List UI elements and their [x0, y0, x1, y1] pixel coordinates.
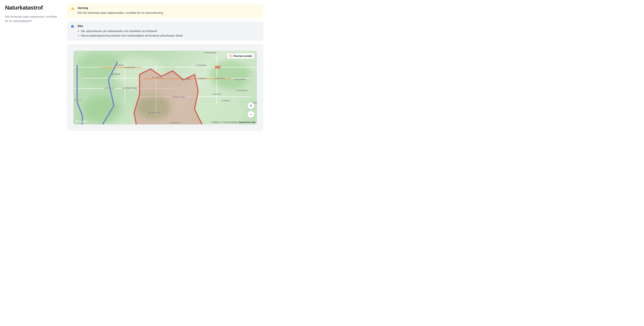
svg-rect-4 — [72, 26, 72, 26]
map-attribution: © Mapbox © OpenStreetMap Improve this ma… — [211, 121, 255, 124]
map-terrain — [137, 96, 171, 120]
map[interactable]: TarnobrzegGliwiceKatowiceCyrankaRybnikKr… — [74, 51, 257, 124]
svg-rect-1 — [72, 9, 73, 10]
road-badge-s19: S19 — [215, 66, 220, 68]
zoom-in-button[interactable] — [248, 102, 254, 109]
mapbox-icon — [76, 120, 78, 123]
svg-rect-3 — [72, 26, 72, 27]
city-label: Jarosław — [235, 78, 245, 80]
attribution-mapbox[interactable]: © Mapbox — [211, 121, 220, 124]
zoom-controls — [248, 102, 254, 118]
page-subtitle: Har fordonets plats registrerats i områd… — [5, 14, 57, 23]
legend-swatch — [229, 55, 232, 57]
city-label: Bielsko-Biała — [123, 87, 137, 89]
attribution-improve[interactable]: Improve this map — [239, 121, 255, 124]
city-label: Ostrava — [105, 87, 114, 89]
map-terrain — [84, 96, 120, 123]
page-title: Naturkatastrof — [5, 4, 57, 11]
map-road — [156, 66, 156, 117]
info-alert: Obs Var uppmärksam på vattenskador vid i… — [67, 22, 263, 41]
main-content: Varning Det här fordonets plats registre… — [67, 3, 263, 131]
city-label: Cyranka — [196, 64, 206, 66]
info-title: Obs — [78, 24, 260, 28]
info-item: Var uppmärksam på vattenskador vid inspe… — [81, 29, 260, 33]
city-label: Tarnobrzeg — [204, 51, 216, 54]
city-label: Krosno — [213, 93, 221, 95]
sidebar: Naturkatastrof Har fordonets plats regis… — [5, 3, 57, 131]
city-label: Zakopane — [149, 111, 160, 114]
map-card: TarnobrzegGliwiceKatowiceCyrankaRybnikKr… — [67, 44, 263, 131]
city-label: Gliwice — [116, 64, 124, 66]
city-label: Rybnik — [112, 73, 120, 75]
warning-title: Varning — [78, 6, 260, 10]
map-highway — [101, 67, 142, 68]
city-label: mouc — [74, 98, 81, 101]
city-label: Tarnów — [182, 78, 190, 80]
city-label: Katowice — [125, 66, 135, 68]
mapbox-logo-text: mapbox — [79, 120, 88, 123]
info-icon — [71, 25, 74, 28]
warning-icon — [71, 7, 74, 10]
city-label: Poprad — [171, 122, 179, 124]
city-label: Sanok — [222, 99, 230, 102]
city-label: Nowy Sącz — [172, 96, 185, 98]
attribution-osm[interactable]: © OpenStreetMap — [221, 121, 238, 124]
city-label: Rzeszów — [215, 77, 225, 80]
svg-rect-0 — [72, 8, 73, 9]
plus-icon — [250, 104, 252, 107]
legend-label: Påverkat område — [233, 55, 252, 57]
mapbox-logo: mapbox — [76, 120, 88, 123]
info-list: Var uppmärksam på vattenskador vid inspe… — [78, 29, 260, 38]
city-label: Krakow — [152, 76, 162, 78]
city-label: Przemyśl — [237, 89, 247, 92]
minus-icon — [250, 113, 252, 116]
map-road — [138, 96, 252, 97]
info-item: Denna platsregistrering betyder inte nöd… — [81, 33, 260, 38]
warning-alert: Varning Det här fordonets plats registre… — [67, 3, 263, 18]
map-legend: Påverkat område — [227, 53, 254, 59]
zoom-out-button[interactable] — [248, 111, 254, 118]
map-terrain — [210, 61, 250, 89]
warning-text: Det här fordonets plats registrerades i … — [78, 11, 260, 15]
city-label: Dębica — [198, 77, 206, 80]
